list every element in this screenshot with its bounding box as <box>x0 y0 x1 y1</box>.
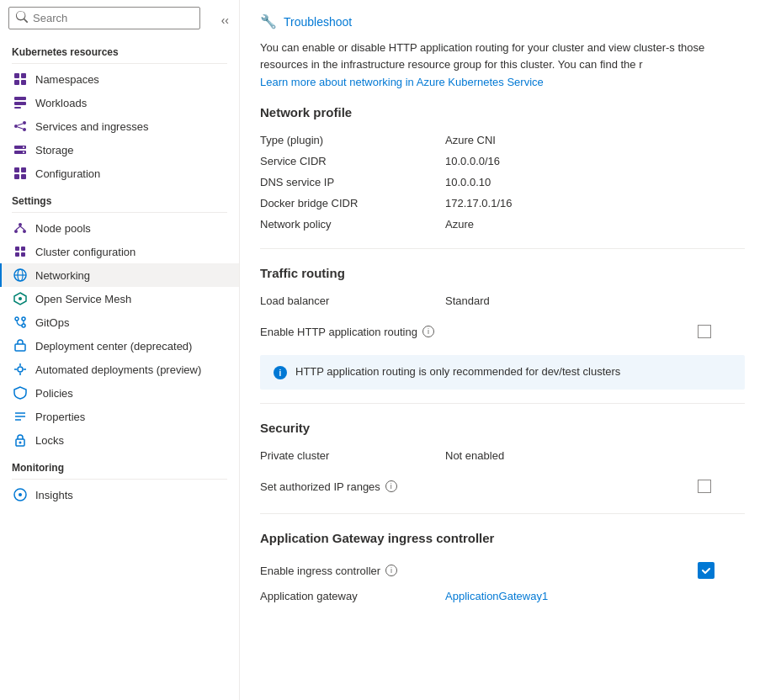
table-row: DNS service IP 10.0.0.10 <box>260 172 745 193</box>
troubleshoot-header: 🔧 Troubleshoot <box>260 13 745 29</box>
svg-point-33 <box>19 297 22 300</box>
locks-label: Locks <box>35 434 227 447</box>
insights-label: Insights <box>35 489 227 501</box>
workloads-label: Workloads <box>35 97 227 109</box>
svg-line-11 <box>18 127 23 129</box>
svg-line-23 <box>16 226 20 230</box>
sidebar-item-properties[interactable]: Properties <box>0 405 239 428</box>
collapse-sidebar-button[interactable]: ‹‹ <box>218 12 232 29</box>
http-routing-checkbox[interactable] <box>698 325 711 338</box>
svg-rect-5 <box>14 102 26 105</box>
svg-rect-27 <box>15 252 19 257</box>
table-row: Network policy Azure <box>260 214 745 235</box>
ingress-controller-checkbox[interactable] <box>698 562 715 579</box>
svg-point-35 <box>22 324 25 327</box>
agic-table: Application gateway ApplicationGateway1 <box>260 586 745 607</box>
description-text: You can enable or disable HTTP applicati… <box>260 40 745 72</box>
sidebar-item-cluster-config[interactable]: Cluster configuration <box>0 240 239 263</box>
sidebar-item-workloads[interactable]: Workloads <box>0 91 239 114</box>
authorized-ip-row: Set authorized IP ranges i <box>260 473 745 500</box>
svg-point-14 <box>23 146 24 148</box>
svg-point-7 <box>14 125 18 128</box>
svg-point-44 <box>19 442 22 444</box>
dns-service-ip-value: 10.0.0.10 <box>445 172 745 193</box>
node-pools-label: Node pools <box>35 222 227 235</box>
svg-rect-26 <box>21 247 25 251</box>
docker-bridge-cidr-label: Docker bridge CIDR <box>260 193 445 214</box>
authorized-ip-checkbox[interactable] <box>698 480 711 493</box>
sidebar: ‹‹ Kubernetes resources Namespaces Workl… <box>0 0 240 700</box>
cluster-config-label: Cluster configuration <box>35 246 227 258</box>
automated-deployments-label: Automated deployments (preview) <box>35 363 227 376</box>
kubernetes-resources-header: Kubernetes resources <box>0 36 239 63</box>
monitoring-divider <box>12 479 227 480</box>
svg-rect-17 <box>21 167 26 172</box>
svg-rect-0 <box>14 73 19 78</box>
type-plugin-label: Type (plugin) <box>260 130 445 151</box>
sidebar-item-automated-deployments[interactable]: Automated deployments (preview) <box>0 358 239 381</box>
locks-icon <box>13 433 27 447</box>
sidebar-item-storage[interactable]: Storage <box>0 138 239 162</box>
troubleshoot-icon: 🔧 <box>260 13 277 29</box>
svg-line-24 <box>20 226 24 230</box>
open-service-mesh-label: Open Service Mesh <box>35 293 227 305</box>
sidebar-item-locks[interactable]: Locks <box>0 428 239 452</box>
sidebar-item-namespaces[interactable]: Namespaces <box>0 67 239 91</box>
table-row: Private cluster Not enabled <box>260 445 745 466</box>
info-banner-text: HTTP application routing is only recomme… <box>295 365 620 378</box>
insights-icon <box>13 488 27 501</box>
table-row: Docker bridge CIDR 172.17.0.1/16 <box>260 193 745 214</box>
table-row: Service CIDR 10.0.0.0/16 <box>260 151 745 172</box>
troubleshoot-link[interactable]: Troubleshoot <box>284 15 352 29</box>
gitops-label: GitOps <box>35 316 227 329</box>
svg-point-15 <box>23 151 24 153</box>
search-input[interactable] <box>33 12 193 24</box>
http-routing-info-icon[interactable]: i <box>422 326 434 337</box>
divider-3 <box>260 513 745 514</box>
ingress-controller-text: Enable ingress controller <box>260 565 380 577</box>
sidebar-item-gitops[interactable]: GitOps <box>0 310 239 334</box>
services-icon <box>13 119 27 133</box>
agic-title: Application Gateway ingress controller <box>260 531 745 545</box>
configuration-icon <box>13 167 27 180</box>
network-profile-title: Network profile <box>260 105 745 119</box>
traffic-routing-table: Load balancer Standard <box>260 290 745 311</box>
app-gateway-label: Application gateway <box>260 586 445 607</box>
authorized-ip-label: Set authorized IP ranges i <box>260 480 397 493</box>
authorized-ip-info-icon[interactable]: i <box>385 480 397 492</box>
properties-icon <box>13 410 27 423</box>
monitoring-header: Monitoring <box>0 452 239 479</box>
configuration-label: Configuration <box>35 167 227 180</box>
network-profile-table: Type (plugin) Azure CNI Service CIDR 10.… <box>260 130 745 235</box>
svg-rect-25 <box>15 247 19 251</box>
learn-more-link[interactable]: Learn more about networking in Azure Kub… <box>260 76 544 88</box>
ingress-controller-info-icon[interactable]: i <box>385 565 397 576</box>
sidebar-item-services-ingresses[interactable]: Services and ingresses <box>0 114 239 138</box>
sidebar-item-open-service-mesh[interactable]: Open Service Mesh <box>0 287 239 310</box>
svg-rect-2 <box>14 80 19 85</box>
private-cluster-value: Not enabled <box>445 445 745 466</box>
traffic-routing-title: Traffic routing <box>260 266 745 280</box>
automated-deployments-icon <box>13 363 27 376</box>
settings-header: Settings <box>0 185 239 212</box>
docker-bridge-cidr-value: 172.17.0.1/16 <box>445 193 745 214</box>
svg-rect-28 <box>21 252 25 257</box>
load-balancer-label: Load balancer <box>260 290 445 311</box>
svg-rect-4 <box>14 97 26 100</box>
svg-point-8 <box>23 121 26 125</box>
app-gateway-value[interactable]: ApplicationGateway1 <box>445 590 548 602</box>
sidebar-item-node-pools[interactable]: Node pools <box>0 216 239 240</box>
svg-rect-19 <box>21 174 26 179</box>
sidebar-item-networking[interactable]: Networking <box>0 263 239 287</box>
sidebar-item-insights[interactable]: Insights <box>0 483 239 506</box>
services-label: Services and ingresses <box>35 120 227 133</box>
sidebar-item-deployment-center[interactable]: Deployment center (deprecated) <box>0 334 239 358</box>
divider-2 <box>260 403 745 404</box>
svg-rect-38 <box>15 344 25 351</box>
networking-label: Networking <box>35 269 227 282</box>
sidebar-item-policies[interactable]: Policies <box>0 381 239 405</box>
table-row: Application gateway ApplicationGateway1 <box>260 586 745 607</box>
sidebar-item-configuration[interactable]: Configuration <box>0 162 239 185</box>
search-box[interactable] <box>8 7 200 29</box>
search-icon <box>16 11 28 25</box>
